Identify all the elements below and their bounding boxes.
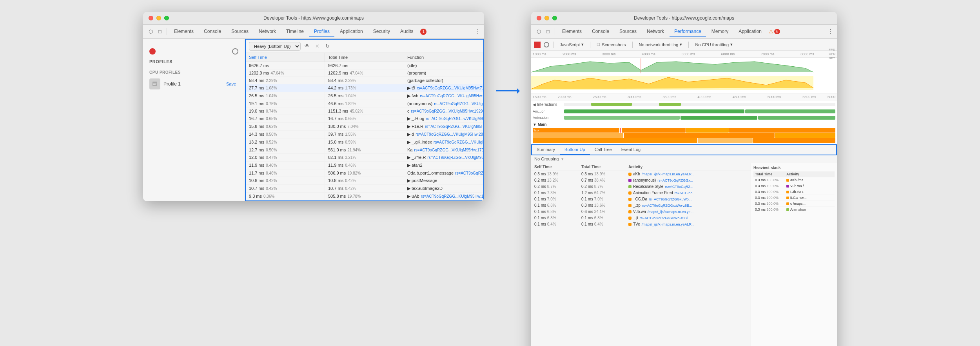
flame-block[interactable] bbox=[729, 128, 835, 133]
screenshots-toggle[interactable]: ☐ Screenshots bbox=[594, 42, 628, 48]
right-tab-console[interactable]: Console bbox=[587, 26, 614, 37]
flame-block[interactable] bbox=[686, 128, 729, 133]
activity-name: _CG.Da rs=ACT9oGqRZGGxuWo... bbox=[628, 197, 748, 201]
flame-block[interactable] bbox=[533, 138, 697, 143]
tab-audits[interactable]: Audits bbox=[396, 26, 418, 37]
activity-link[interactable]: rs=ACT9oGqRZGGxuWo-z8Bl... bbox=[640, 216, 691, 220]
tab-security[interactable]: Security bbox=[368, 26, 395, 37]
maximize-button[interactable] bbox=[552, 16, 557, 20]
color-dot bbox=[628, 217, 632, 220]
record-icon[interactable] bbox=[149, 48, 156, 55]
header-total-time[interactable]: Total Time bbox=[581, 165, 628, 169]
function-link[interactable]: rs=ACT9oGqRZGG...VKUlgM95Hw:1661 bbox=[420, 94, 483, 98]
tab-bottom-up[interactable]: Bottom-Up bbox=[560, 145, 590, 155]
flame-block[interactable] bbox=[775, 133, 835, 138]
function-link[interactable]: rs=ACT9oGqRZGG...VKUlgM95Hw:1929 bbox=[411, 109, 483, 113]
inspect-icon[interactable]: □ bbox=[156, 27, 164, 36]
function-link[interactable]: rs=ACT9oGqRZGG...VKUlgM95Hw:593 bbox=[427, 155, 483, 160]
eye-icon[interactable]: 👁 bbox=[303, 42, 311, 50]
stop-icon[interactable] bbox=[232, 48, 238, 55]
activity-total-time: 0.2 ms 8.7% bbox=[581, 184, 628, 189]
activity-link[interactable]: rs=ACT9oo... bbox=[675, 191, 695, 195]
right-tab-performance[interactable]: Performance bbox=[670, 26, 706, 37]
close-icon[interactable]: ✕ bbox=[313, 42, 321, 50]
cursor-icon[interactable]: ⬡ bbox=[534, 27, 543, 36]
right-tab-memory[interactable]: Memory bbox=[707, 26, 733, 37]
right-tab-elements[interactable]: Elements bbox=[557, 26, 586, 37]
tab-timeline[interactable]: Timeline bbox=[281, 26, 309, 37]
cpu-throttling-select[interactable]: No CPU throttling ▾ bbox=[693, 41, 735, 48]
more-options-button[interactable]: ⋮ bbox=[475, 28, 481, 35]
more-options-button-right[interactable]: ⋮ bbox=[828, 28, 834, 35]
activity-total-time: 1.2 ms 64.7% bbox=[581, 191, 628, 195]
activity-link[interactable]: rs=ACT9oGqRZGGxuWo... bbox=[649, 197, 691, 201]
refresh-icon[interactable]: ↻ bbox=[323, 42, 331, 50]
cursor-icon[interactable]: ⬡ bbox=[146, 27, 155, 36]
animation-label: Ani...ion bbox=[533, 109, 564, 113]
function-link[interactable]: rs=ACT9oGqRZGG...VKUlgM95Hw:381 bbox=[434, 140, 483, 144]
header-total-time[interactable]: Total Time bbox=[325, 53, 404, 62]
profile-1-item[interactable]: Profile 1 Save bbox=[143, 76, 245, 92]
function-link[interactable]: rs=ACT9oGqRZGG...wVKUlgM95Hw:88 bbox=[455, 171, 483, 175]
function-link[interactable]: rs=ACT9oGqRZGG...VKUlgM95Hw:713 bbox=[417, 86, 483, 90]
flame-block[interactable]: Task bbox=[533, 128, 619, 133]
ruler2-mark: 5000 ms bbox=[758, 95, 791, 99]
activity-link[interactable]: rs=ACT9oGqRZGGx... bbox=[657, 178, 693, 182]
charts-area[interactable] bbox=[531, 58, 837, 93]
minimize-button[interactable] bbox=[544, 16, 549, 20]
activity-link[interactable]: /maps/_/js/k=maps.m.en.ye... bbox=[648, 210, 693, 214]
flame-block[interactable] bbox=[624, 133, 775, 138]
stop-button[interactable] bbox=[544, 42, 549, 47]
main-section: ▼ Main Task bbox=[531, 121, 837, 144]
header-self-time[interactable]: Self Time bbox=[534, 165, 581, 169]
flame-block[interactable] bbox=[620, 128, 621, 133]
function-link[interactable]: rs=ACT9oGqRZGG...VKUlgM95Hw:126 bbox=[434, 102, 483, 106]
close-button[interactable] bbox=[149, 16, 153, 20]
function-link[interactable]: rs=ACT9oGqRZGG...KUlgM95Hw:1807 bbox=[421, 194, 483, 198]
maximize-button[interactable] bbox=[164, 16, 169, 20]
flame-block[interactable] bbox=[753, 138, 835, 143]
tab-application[interactable]: Application bbox=[335, 26, 368, 37]
flame-block[interactable] bbox=[533, 133, 623, 138]
header-self-time[interactable]: Self Time bbox=[246, 53, 325, 62]
tab-network[interactable]: Network bbox=[254, 26, 281, 37]
animation-block bbox=[681, 116, 758, 120]
activity-link[interactable]: rs=ACT9oGqRZGGxuWo-z8B... bbox=[642, 204, 692, 208]
close-button[interactable] bbox=[537, 16, 541, 20]
flame-block[interactable] bbox=[698, 138, 753, 143]
tab-event-log[interactable]: Event Log bbox=[617, 145, 646, 155]
right-tab-sources[interactable]: Sources bbox=[615, 26, 641, 37]
tab-summary[interactable]: Summary bbox=[532, 145, 560, 155]
view-select[interactable]: Heavy (Bottom Up) bbox=[249, 42, 301, 51]
header-function[interactable]: Function bbox=[404, 53, 483, 62]
flame-block[interactable] bbox=[622, 128, 686, 133]
minimize-button[interactable] bbox=[156, 16, 161, 20]
tab-profiles[interactable]: Profiles bbox=[309, 26, 334, 37]
function-link[interactable]: rs=ACT9oGqRZGG...wVKUlgM95Hw:78 bbox=[426, 117, 483, 121]
tab-elements[interactable]: Elements bbox=[169, 26, 198, 37]
activity-link[interactable]: /maps/_/js/k=maps.m.en.yeALR... bbox=[642, 222, 695, 226]
function-link[interactable]: rs=ACT9oGqRZGG...VKUlgM95Hw:838 bbox=[425, 124, 483, 129]
network-throttling-select[interactable]: No network throttling ▾ bbox=[637, 41, 685, 48]
save-profile-button[interactable]: Save bbox=[224, 81, 238, 87]
activity-link[interactable]: /maps/_/js/k=maps.m.en.yeALR... bbox=[642, 172, 695, 176]
no-grouping-dropdown[interactable]: ▾ bbox=[561, 157, 564, 161]
tab-call-tree[interactable]: Call Tree bbox=[590, 145, 617, 155]
right-tab-application[interactable]: Application bbox=[734, 26, 766, 37]
record-button[interactable] bbox=[534, 42, 541, 48]
tab-sources[interactable]: Sources bbox=[227, 26, 253, 37]
function-link[interactable]: rs=ACT9oGqRZGG...VKUlgM95Hw:289 bbox=[416, 132, 483, 137]
js-dropdown-icon: ▾ bbox=[581, 42, 584, 47]
function-link[interactable]: rs=ACT9oGqRZGG...VKUlgM95Hw:1799 bbox=[414, 148, 483, 152]
activity-self-time: 0.1 ms 6.4% bbox=[534, 222, 581, 226]
inspect-icon[interactable]: □ bbox=[544, 27, 552, 36]
header-activity[interactable]: Activity bbox=[628, 165, 748, 169]
cell-total-time: 1202.9 ms47.04% bbox=[325, 69, 404, 76]
tab-console[interactable]: Console bbox=[199, 26, 226, 37]
activity-link[interactable]: rs=ACT9oGqRZ... bbox=[665, 185, 693, 189]
javascript-select[interactable]: JavaScript ▾ bbox=[557, 41, 586, 48]
table-row: 19.1 ms0.75% 46.6 ms1.82% (anonymous)rs=… bbox=[246, 100, 483, 107]
interaction-block bbox=[591, 103, 632, 106]
right-tab-network[interactable]: Network bbox=[642, 26, 669, 37]
activity-total-time: 0.1 ms 6.4% bbox=[581, 222, 628, 226]
